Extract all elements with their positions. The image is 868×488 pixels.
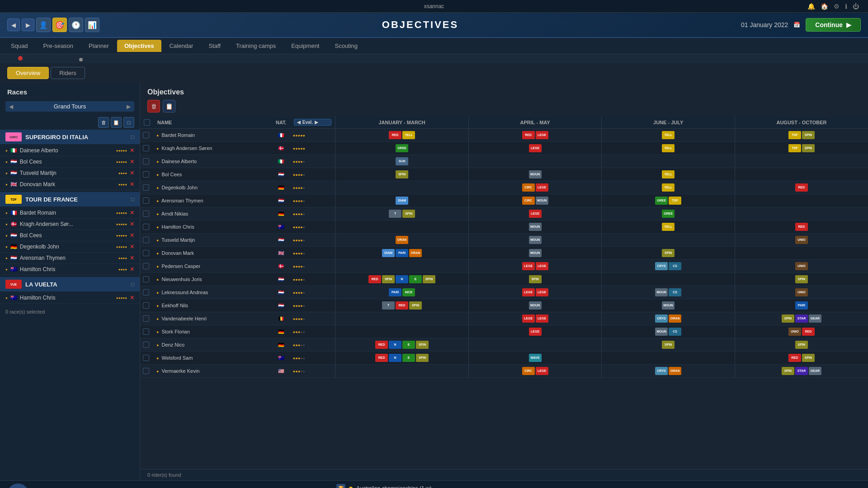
rating-dots: ●●●●● (116, 211, 127, 215)
back-button[interactable]: ◀ (7, 19, 20, 31)
rider-rating-cell: ●●●●● (290, 299, 335, 312)
row-checkbox[interactable] (143, 211, 149, 217)
row-checkbox[interactable] (143, 145, 149, 151)
rider-flag: 🇳🇱 (278, 237, 284, 243)
remove-rider-button[interactable]: ✕ (130, 295, 134, 301)
filter-prev-icon[interactable]: ◀ (9, 103, 13, 110)
row-checkbox[interactable] (143, 158, 149, 164)
rider-flag: 🇫🇷 (278, 132, 284, 138)
row-checkbox[interactable] (143, 263, 149, 269)
rider-rank-dot: ● (156, 146, 159, 151)
period-aug-oct-cell: UNIO (735, 286, 868, 299)
period-apr-may-cell: LEGELEGE (468, 260, 602, 273)
select-all-checkbox[interactable] (144, 119, 150, 126)
tab-equipment[interactable]: Equipment (284, 40, 326, 52)
rider-name-cell: ● Vermaerke Kevin (154, 365, 272, 378)
race-badge: PARI (396, 249, 408, 257)
objectives-icon-button[interactable]: 🎯 (52, 18, 67, 32)
row-checkbox[interactable] (143, 237, 149, 243)
eval-prev-icon[interactable]: ◀ (297, 120, 301, 125)
table-row: ● Pedersen Casper 🇩🇰 ●●●●● LEGELEGE CRYS… (140, 260, 868, 273)
row-checkbox[interactable] (143, 132, 149, 138)
row-checkbox[interactable] (143, 224, 149, 230)
view-overview-button[interactable]: Overview (7, 67, 49, 79)
row-checkbox[interactable] (143, 302, 149, 309)
settings-icon[interactable]: ⚙ (834, 3, 840, 10)
dot-icon: ● (5, 296, 8, 300)
tdf-expand-icon[interactable]: □ (131, 196, 134, 202)
eval-next-icon[interactable]: ▶ (315, 120, 318, 125)
delete-race-button[interactable]: 🗑 (98, 117, 109, 128)
remove-rider-button[interactable]: ✕ (130, 210, 134, 216)
period-aug-oct-cell (735, 207, 868, 221)
row-checkbox[interactable] (143, 328, 149, 335)
delete-objective-button[interactable]: 🗑 (147, 100, 160, 113)
tab-planner[interactable]: Planner (81, 40, 116, 52)
stats-icon-button[interactable]: 📊 (85, 18, 99, 32)
row-checkbox[interactable] (143, 315, 149, 322)
remove-rider-button[interactable]: ✕ (130, 147, 134, 154)
add-objective-button[interactable]: 📋 (163, 100, 175, 113)
dot-icon: ● (5, 267, 8, 272)
tab-squad[interactable]: Squad (4, 40, 35, 52)
period-jan-mar-cell: DIAM (335, 194, 469, 207)
giro-name: SUPERGIRO DI ITALIA (25, 134, 127, 141)
row-checkbox[interactable] (143, 197, 149, 204)
row-checkbox[interactable] (143, 171, 149, 178)
period-aug-oct-cell: PARI (735, 299, 868, 312)
row-checkbox[interactable] (143, 184, 149, 191)
squad-icon-button[interactable]: 👤 (36, 18, 51, 32)
remove-rider-button[interactable]: ✕ (130, 221, 134, 227)
race-badge: CRYS (655, 262, 668, 270)
row-checkbox[interactable] (143, 342, 149, 348)
clock-icon-button[interactable]: 🕐 (69, 18, 83, 32)
info-icon[interactable]: ℹ (845, 3, 847, 10)
remove-rider-button[interactable]: ✕ (130, 181, 134, 188)
remove-rider-button[interactable]: ✕ (130, 159, 134, 165)
view-riders-button[interactable]: Riders (51, 67, 85, 79)
race-badge: SPIN (662, 249, 675, 257)
tab-calendar[interactable]: Calendar (162, 40, 201, 52)
vuelta-header[interactable]: VUE LA VUELTA □ (0, 277, 140, 291)
notification-icon[interactable]: 🔔 (807, 3, 815, 10)
table-row: ● Welsford Sam 🇦🇺 ●●●●● REDNESPIN WAVE R… (140, 352, 868, 365)
remove-rider-button[interactable]: ✕ (130, 244, 134, 250)
rider-rating-cell: ●●●●● (290, 207, 335, 221)
remove-rider-button[interactable]: ✕ (130, 255, 134, 261)
giro-expand-icon[interactable]: □ (131, 134, 134, 140)
tab-objectives[interactable]: Objectives (117, 40, 161, 52)
period-apr-may-cell: LEGE (468, 207, 602, 221)
tab-training-camps[interactable]: Training camps (229, 40, 283, 52)
continue-button[interactable]: Continue ▶ (806, 18, 861, 32)
row-checkbox[interactable] (143, 368, 149, 374)
options-button[interactable]: □ (123, 117, 134, 128)
home-icon[interactable]: 🏠 (821, 3, 828, 10)
vuelta-expand-icon[interactable]: □ (131, 281, 134, 287)
row-checkbox[interactable] (143, 276, 149, 282)
tab-scouting[interactable]: Scouting (327, 40, 365, 52)
add-race-button[interactable]: 📋 (111, 117, 122, 128)
remove-rider-button[interactable]: ✕ (130, 232, 134, 239)
forward-button[interactable]: ▶ (22, 19, 34, 31)
race-filter[interactable]: ◀ Grand Tours ▶ (5, 101, 134, 112)
race-badge: SPIN (662, 341, 675, 349)
remove-rider-button[interactable]: ✕ (130, 266, 134, 272)
remove-rider-button[interactable]: ✕ (130, 170, 134, 176)
tdf-header[interactable]: TDF TOUR DE FRANCE □ (0, 192, 140, 206)
giro-header[interactable]: GIRO SUPERGIRO DI ITALIA □ (0, 130, 140, 144)
list-item: ● 🇦🇺 Hamilton Chris ●●●●● ✕ (0, 292, 140, 304)
tab-preseason[interactable]: Pre-season (36, 40, 80, 52)
rating-dots: ●●●● (118, 256, 127, 260)
row-checkbox[interactable] (143, 289, 149, 296)
race-badge: UNIO (795, 262, 808, 270)
list-item: ● 🇳🇱 Bol Cees ●●●●● ✕ (0, 230, 140, 241)
eval-selector[interactable]: ◀ Eval. ▶ (294, 119, 332, 126)
row-checkbox[interactable] (143, 355, 149, 361)
power-icon[interactable]: ⏻ (853, 3, 859, 10)
flag-gb: 🇬🇧 (10, 181, 17, 188)
filter-next-icon[interactable]: ▶ (127, 103, 131, 110)
row-checkbox[interactable] (143, 250, 149, 256)
calendar-icon[interactable]: 📅 (793, 22, 800, 28)
period-aug-oct-cell (735, 168, 868, 181)
tab-staff[interactable]: Staff (201, 40, 228, 52)
